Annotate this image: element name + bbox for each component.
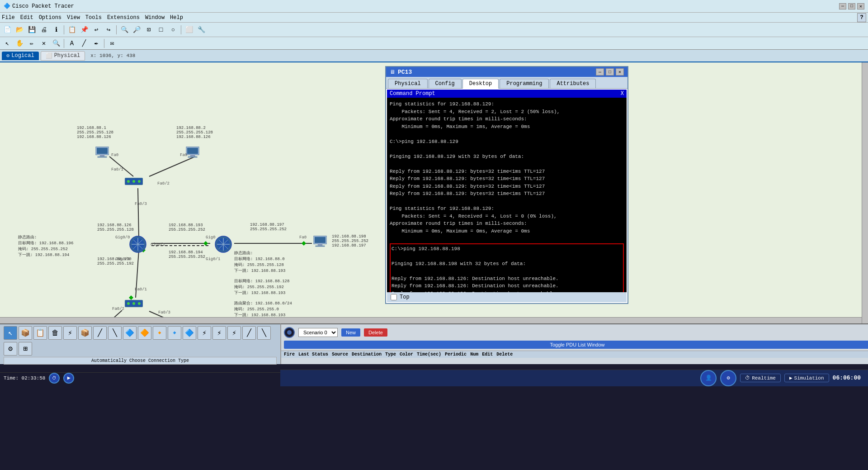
tool-note[interactable]: 📋 — [33, 326, 47, 340]
menu-tools[interactable]: Tools — [85, 14, 102, 21]
cmd-line-6: C:\>ping 192.168.88.129 — [390, 138, 624, 146]
pencil-tool[interactable]: ✒ — [91, 38, 102, 49]
device-sw2[interactable] — [124, 296, 144, 310]
tool-draw6[interactable]: 🔹 — [168, 326, 181, 340]
device-pc1[interactable] — [94, 146, 110, 159]
menu-help[interactable]: Help — [170, 14, 183, 21]
save-tool[interactable]: 💾 — [26, 24, 37, 35]
menu-file[interactable]: File — [2, 14, 15, 21]
tool-draw10[interactable]: ⚡ — [227, 326, 241, 340]
tab-logical[interactable]: ⊙ Logical — [2, 52, 39, 60]
paste-tool[interactable]: 📌 — [79, 24, 90, 35]
new-scenario-btn[interactable]: New — [341, 328, 360, 337]
toggle-pdu-btn[interactable]: Toggle PDU List Window — [284, 341, 868, 349]
col-delete: Delete — [496, 352, 513, 357]
email-tool[interactable]: ✉ — [107, 38, 118, 49]
select-tool[interactable]: ↖ — [2, 38, 13, 49]
delete-scenario-btn[interactable]: Delete — [364, 328, 387, 337]
dialog-maximize[interactable]: □ — [606, 68, 614, 76]
inspect-tool[interactable]: 🔍 — [51, 38, 61, 49]
menu-options[interactable]: Options — [39, 14, 61, 21]
tool-custom2[interactable]: 📦 — [78, 326, 92, 340]
note-tool[interactable]: ✏ — [26, 38, 37, 49]
minimize-button[interactable]: — — [839, 3, 846, 9]
tool-draw2[interactable]: ╲ — [108, 326, 122, 340]
cmd-output-area[interactable]: Ping statistics for 192.168.88.129: Pack… — [387, 98, 627, 292]
menu-extensions[interactable]: Extensions — [107, 14, 140, 21]
tool-move[interactable]: 📦 — [19, 326, 32, 340]
cmd-close-btn[interactable]: X — [621, 90, 624, 97]
cmd-hl-7: Reply from 192.168.88.126: Destination h… — [392, 290, 622, 293]
tab-physical[interactable]: ⬜ Physical — [41, 51, 85, 61]
copy-tool[interactable]: 📋 — [66, 24, 77, 35]
device-router2[interactable] — [213, 234, 233, 254]
info-tool[interactable]: ℹ — [51, 24, 61, 35]
dialog-close[interactable]: ✕ — [616, 68, 624, 76]
menu-view[interactable]: View — [67, 14, 80, 21]
toolbar-main: 📄 📂 💾 🖨 ℹ 📋 📌 ↩ ↪ 🔍 🔎 ⊡ □ ○ ⬜ 🔧 — [0, 23, 868, 37]
cmd-hl-3: Pinging 192.168.88.198 with 32 bytes of … — [392, 260, 622, 268]
top-checkbox[interactable] — [391, 294, 397, 300]
tool-delete[interactable]: 🗑 — [48, 326, 62, 340]
draw-ellipse-tool[interactable]: ○ — [168, 24, 179, 35]
custom2-tool[interactable]: 🔧 — [196, 24, 207, 35]
clock-btn[interactable]: ⏱ — [49, 373, 60, 384]
tool-draw9[interactable]: ⚡ — [212, 326, 226, 340]
help-button[interactable]: ? — [857, 13, 866, 22]
tool-select[interactable]: ↖ — [4, 326, 17, 340]
zoom-in-tool[interactable]: 🔍 — [119, 24, 130, 35]
tab-physical[interactable]: Physical — [388, 79, 428, 88]
custom1-tool[interactable]: ⬜ — [184, 24, 194, 35]
col-num: Num — [470, 352, 478, 357]
undo-tool[interactable]: ↩ — [91, 24, 102, 35]
tool-draw12[interactable]: ╲ — [257, 326, 271, 340]
tool-draw1[interactable]: ╱ — [93, 326, 107, 340]
tab-config[interactable]: Config — [429, 79, 462, 88]
tool-draw3[interactable]: 🔷 — [123, 326, 137, 340]
move-tool[interactable]: ✋ — [14, 38, 25, 49]
label-tool[interactable]: A — [66, 38, 77, 49]
menu-edit[interactable]: Edit — [20, 14, 33, 21]
line-tool[interactable]: ╱ — [79, 38, 90, 49]
zoom-out-tool[interactable]: 🔎 — [131, 24, 142, 35]
tool-draw7[interactable]: 🔷 — [183, 326, 196, 340]
simulation-btn[interactable]: ▶ Simulation — [784, 374, 829, 382]
tool-extra2[interactable]: ⊞ — [19, 342, 32, 356]
horizontal-scrollbar[interactable] — [0, 317, 862, 323]
svg-line-1 — [149, 157, 195, 176]
tool-custom1[interactable]: ⚡ — [63, 326, 77, 340]
pc-icon — [312, 235, 328, 248]
cmd-line-14 — [390, 198, 624, 205]
realtime-btn[interactable]: ⏱ Realtime — [740, 374, 781, 382]
new-tool[interactable]: 📄 — [2, 24, 13, 35]
redo-tool[interactable]: ↪ — [103, 24, 114, 35]
user-avatar[interactable]: 👤 — [700, 370, 717, 386]
device-pc3[interactable] — [312, 235, 328, 248]
cmd-line-9 — [390, 160, 624, 168]
print-tool[interactable]: 🖨 — [38, 24, 49, 35]
scenario-dropdown[interactable]: Scenario 0 — [298, 328, 338, 337]
draw-rect-tool[interactable]: □ — [156, 24, 166, 35]
zoom-fit-tool[interactable]: ⊡ — [143, 24, 154, 35]
open-tool[interactable]: 📂 — [14, 24, 25, 35]
device-sw1[interactable] — [124, 174, 144, 188]
tool-draw8[interactable]: ⚡ — [198, 326, 211, 340]
delete-tool[interactable]: ✕ — [38, 38, 49, 49]
menu-window[interactable]: Window — [145, 14, 165, 21]
sim-header: Scenario 0 New Delete — [281, 324, 868, 341]
play-btn[interactable]: ▶ — [63, 373, 74, 384]
tab-desktop[interactable]: Desktop — [462, 79, 499, 89]
cmd-highlighted-block: C:\>ping 192.168.88.198 Pinging 192.168.… — [390, 243, 624, 293]
tool-draw4[interactable]: 🔶 — [138, 326, 151, 340]
vertical-scrollbar[interactable] — [862, 62, 868, 323]
tool-draw5[interactable]: 🔸 — [153, 326, 166, 340]
tab-attributes[interactable]: Attributes — [550, 79, 596, 88]
maximize-button[interactable]: □ — [848, 3, 855, 9]
tool-extra1[interactable]: ⚙ — [4, 342, 17, 356]
close-button[interactable]: ✕ — [857, 3, 864, 9]
settings-avatar[interactable]: ⚙ — [720, 370, 736, 386]
device-router1[interactable] — [128, 234, 148, 254]
tab-programming[interactable]: Programming — [500, 79, 549, 88]
tool-draw11[interactable]: ╱ — [242, 326, 256, 340]
dialog-minimize[interactable]: — — [596, 68, 604, 76]
